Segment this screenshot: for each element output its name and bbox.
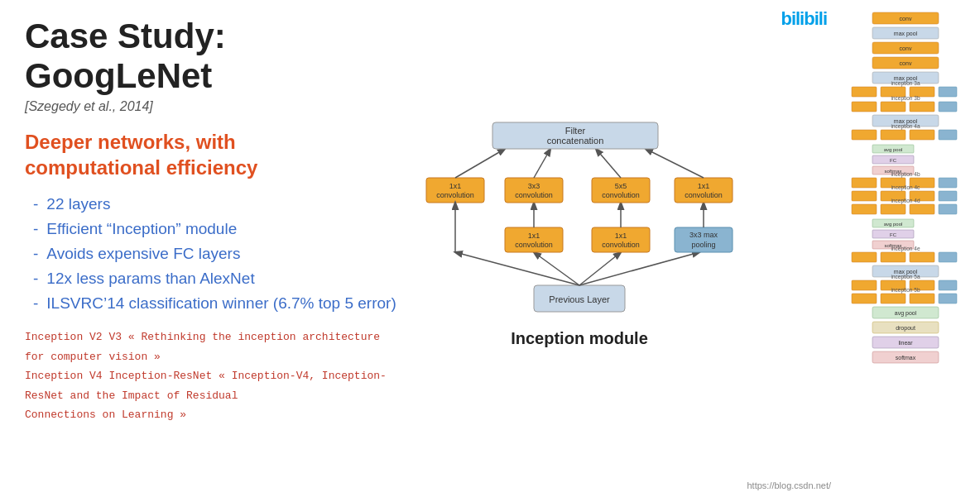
svg-text:3x3: 3x3 — [528, 182, 540, 190]
svg-rect-106 — [910, 294, 934, 303]
svg-text:convolution: convolution — [515, 241, 553, 249]
svg-rect-54 — [881, 102, 906, 112]
svg-rect-83 — [910, 204, 934, 214]
svg-line-4 — [579, 252, 621, 285]
svg-line-3 — [534, 252, 579, 285]
svg-text:FC: FC — [890, 232, 897, 237]
svg-text:FC: FC — [890, 158, 897, 163]
bullet-text-3: Avoids expensive FC layers — [46, 245, 240, 263]
handwritten-section: Inception V2 V3 « Rethinking the incepti… — [25, 327, 406, 424]
arch-svg: conv max pool conv conv max pool incepti… — [835, 8, 976, 488]
svg-rect-63 — [939, 130, 957, 140]
svg-text:conv: conv — [900, 60, 912, 66]
svg-line-33 — [596, 149, 621, 178]
svg-text:inception 5b: inception 5b — [891, 287, 920, 294]
svg-text:avg pool: avg pool — [895, 310, 917, 317]
svg-rect-93 — [881, 252, 906, 262]
svg-text:inception 3b: inception 3b — [891, 95, 920, 102]
svg-text:inception 4c: inception 4c — [891, 184, 920, 191]
handwritten-line-2: Inception V4 Inception-ResNet « Inceptio… — [25, 366, 406, 405]
svg-rect-74 — [939, 178, 957, 188]
svg-rect-61 — [881, 130, 906, 140]
list-item: -Avoids expensive FC layers — [33, 245, 406, 263]
svg-text:Filter: Filter — [565, 126, 586, 136]
svg-text:Previous Layer: Previous Layer — [549, 294, 610, 304]
svg-text:1x1: 1x1 — [615, 232, 627, 240]
svg-rect-105 — [881, 294, 906, 303]
svg-line-2 — [455, 252, 579, 285]
svg-text:linear: linear — [898, 340, 913, 346]
svg-text:convolution: convolution — [602, 191, 640, 199]
svg-text:concatenation: concatenation — [547, 136, 604, 146]
svg-text:avg pool: avg pool — [884, 147, 903, 152]
svg-text:max pool: max pool — [894, 31, 918, 37]
list-item: -22 layers — [33, 195, 406, 213]
bullet-text-2: Efficient “Inception” module — [46, 220, 237, 238]
dash: - — [33, 195, 38, 213]
svg-text:inception 4d: inception 4d — [891, 198, 920, 204]
svg-rect-81 — [852, 204, 877, 214]
dash: - — [33, 270, 38, 288]
bullet-list: -22 layers -Efficient “Inception” module… — [33, 195, 406, 313]
svg-rect-94 — [910, 252, 934, 262]
svg-rect-55 — [910, 102, 934, 112]
svg-text:inception 3a: inception 3a — [891, 80, 920, 87]
watermark: https://blog.csdn.net/ — [747, 480, 831, 490]
svg-text:softmax: softmax — [896, 355, 916, 361]
svg-rect-51 — [939, 87, 957, 97]
bilibili-logo: bilibili — [781, 8, 827, 30]
list-item: -ILSVRC’14 classification winner (6.7% t… — [33, 294, 406, 313]
bullet-text-5: ILSVRC’14 classification winner (6.7% to… — [46, 294, 396, 313]
svg-text:convolution: convolution — [436, 191, 474, 199]
svg-rect-62 — [910, 130, 934, 140]
svg-text:conv: conv — [900, 45, 912, 51]
svg-text:inception 4e: inception 4e — [891, 246, 920, 252]
svg-text:1x1: 1x1 — [698, 182, 710, 190]
svg-line-31 — [455, 149, 505, 178]
dash: - — [33, 294, 38, 313]
svg-text:1x1: 1x1 — [449, 182, 462, 190]
svg-text:avg pool: avg pool — [884, 222, 903, 227]
handwritten-line-3: Connections on Learning » — [25, 405, 406, 424]
svg-rect-48 — [852, 87, 877, 97]
svg-rect-79 — [939, 191, 957, 201]
svg-text:1x1: 1x1 — [528, 232, 540, 240]
inception-diagram: Previous Layer 1x1 convolution 1x1 convo… — [406, 108, 753, 339]
list-item: -12x less params than AlexNet — [33, 270, 406, 288]
subtitle: Deeper networks, with computational effi… — [25, 129, 339, 180]
svg-text:inception 5a: inception 5a — [891, 274, 920, 280]
slide-container: bilibili Case Study: GoogLeNet [Szegedy … — [0, 0, 980, 497]
svg-rect-95 — [939, 252, 957, 262]
svg-line-5 — [579, 252, 699, 285]
svg-rect-104 — [852, 294, 877, 303]
svg-rect-53 — [852, 102, 877, 112]
svg-text:3x3 max: 3x3 max — [689, 231, 718, 239]
svg-rect-82 — [881, 204, 906, 214]
arch-diagram: conv max pool conv conv max pool incepti… — [835, 8, 976, 488]
svg-rect-99 — [852, 280, 877, 290]
svg-rect-60 — [852, 130, 877, 140]
svg-text:convolution: convolution — [515, 191, 553, 199]
dash: - — [33, 220, 38, 238]
svg-rect-107 — [939, 294, 957, 303]
svg-text:5x5: 5x5 — [615, 182, 627, 190]
left-content: Case Study: GoogLeNet [Szegedy et al., 2… — [25, 17, 406, 424]
svg-line-32 — [534, 149, 550, 178]
svg-rect-56 — [939, 102, 957, 112]
svg-rect-76 — [852, 191, 877, 201]
list-item: -Efficient “Inception” module — [33, 220, 406, 238]
bullet-text-4: 12x less params than AlexNet — [46, 270, 254, 288]
inception-module-label: Inception module — [406, 329, 753, 348]
handwritten-line-1: Inception V2 V3 « Rethinking the incepti… — [25, 327, 406, 366]
svg-text:convolution: convolution — [602, 241, 640, 249]
svg-text:inception 4a: inception 4a — [891, 123, 920, 130]
citation: [Szegedy et al., 2014] — [25, 99, 406, 114]
svg-line-34 — [646, 149, 704, 178]
svg-text:conv: conv — [900, 16, 912, 22]
svg-rect-84 — [939, 204, 957, 214]
svg-rect-92 — [852, 252, 877, 262]
page-title: Case Study: GoogLeNet — [25, 17, 406, 96]
svg-rect-102 — [939, 280, 957, 290]
svg-text:dropout: dropout — [896, 325, 915, 332]
inception-svg: Previous Layer 1x1 convolution 1x1 convo… — [406, 108, 753, 323]
